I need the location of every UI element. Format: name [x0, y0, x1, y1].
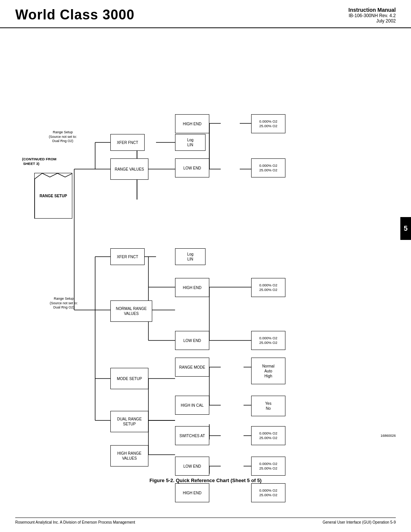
low-end-mid-vals-box: 0.000% O225.00% O2	[251, 331, 285, 350]
xfer-fnct-top-box: XFER FNCT	[110, 134, 145, 151]
range-mode-box: RANGE MODE	[175, 358, 209, 377]
log-lin-mid-box: LogLIN	[175, 248, 206, 265]
normal-auto-high-box: NormalAutoHigh	[251, 358, 285, 384]
figure-number: 16860026	[381, 434, 396, 438]
diagram-area: Range Setup(Source not set to:Dual Rng O…	[15, 36, 396, 474]
mode-setup-box: MODE SETUP	[110, 368, 148, 389]
label-range-setup-bottom: Range Setup(Source not set to:Dual Rng O…	[38, 297, 89, 310]
high-range-values-box: HIGH RANGEVALUES	[110, 445, 148, 466]
label-continued-from: (CONTINUED FROM SHEET 3)	[22, 157, 72, 166]
log-lin-top-box: LogLIN	[175, 134, 206, 151]
label-range-setup-top: Range Setup(Source not set to:Dual Rng O…	[38, 130, 88, 144]
manual-title: Instruction Manual	[349, 7, 396, 13]
low-end-mid-box: LOW END	[175, 331, 209, 350]
high-end-top-box: HIGH END	[175, 114, 209, 133]
switches-at-box: SWITCHES AT	[175, 426, 209, 445]
range-values-box: RANGE VALUES	[110, 158, 148, 180]
high-end-top-vals-box: 0.000% O225.00% O2	[251, 114, 285, 133]
high-end-mid-box: HIGH END	[175, 278, 209, 297]
normal-range-values-box: NORMAL RANGEVALUES	[110, 300, 152, 322]
header-right: Instruction Manual IB-106-300NH Rev. 4.2…	[349, 7, 396, 24]
switches-at-vals-box: 0.000% O225.00% O2	[251, 426, 285, 445]
low-end-top-vals-box: 0.000% O225.00% O2	[251, 158, 285, 177]
page-footer: Rosemount Analytical Inc. A Division of …	[15, 518, 396, 524]
high-in-cal-box: HIGH IN CAL	[175, 396, 209, 415]
range-setup-label: RANGE SETUP	[40, 193, 67, 198]
xfer-fnct-mid-box: XFER FNCT	[110, 248, 145, 265]
dual-range-setup-box: DUAL RANGESETUP	[110, 411, 148, 432]
high-end-bottom-box: HIGH END	[175, 483, 209, 502]
footer-right: General User Interface (GUI) Operation 5…	[323, 520, 396, 524]
low-end-bottom-vals-box: 0.000% O225.00% O2	[251, 457, 285, 476]
section-tab: 5	[400, 217, 411, 240]
manual-date: July 2002	[349, 18, 396, 24]
footer-left: Rosemount Analytical Inc. A Division of …	[15, 520, 135, 524]
low-end-top-box: LOW END	[175, 158, 209, 177]
page-header: World Class 3000 Instruction Manual IB-1…	[0, 0, 411, 28]
range-setup-box: RANGE SETUP	[34, 173, 72, 219]
yes-no-box: YesNo	[251, 396, 285, 416]
high-end-mid-vals-box: 0.000% O225.00% O2	[251, 278, 285, 297]
high-end-bottom-vals-box: 0.000% O225.00% O2	[251, 483, 285, 502]
product-title: World Class 3000	[15, 7, 134, 23]
figure-caption: Figure 5-2. Quick Reference Chart (Sheet…	[15, 478, 396, 483]
manual-number: IB-106-300NH Rev. 4.2	[349, 13, 396, 18]
low-end-bottom-box: LOW END	[175, 457, 209, 476]
